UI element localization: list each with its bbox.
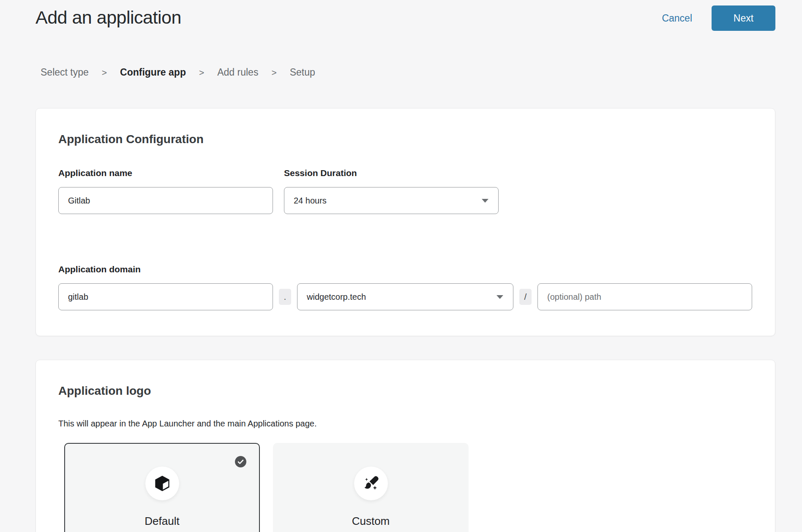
application-name-field-group: Application name xyxy=(58,168,273,214)
subdomain-input[interactable] xyxy=(58,283,273,310)
application-domain-field-group: Application domain . widgetcorp.tech / xyxy=(58,264,753,310)
cube-icon xyxy=(154,475,171,492)
chevron-down-icon xyxy=(481,198,489,203)
domain-select-value: widgetcorp.tech xyxy=(307,292,366,302)
add-application-page: Add an application Cancel Next Select ty… xyxy=(0,0,802,532)
breadcrumb-separator: > xyxy=(102,68,107,78)
dot-separator: . xyxy=(279,289,291,305)
path-input[interactable] xyxy=(537,283,752,310)
check-icon xyxy=(237,459,244,464)
cancel-button[interactable]: Cancel xyxy=(662,13,692,24)
step-add-rules[interactable]: Add rules xyxy=(217,67,258,78)
logo-option-custom[interactable]: Custom xyxy=(273,443,469,532)
name-session-row: Application name Session Duration 24 hou… xyxy=(58,168,753,214)
session-duration-select[interactable]: 24 hours xyxy=(284,187,499,214)
session-duration-value: 24 hours xyxy=(294,196,327,206)
application-name-input[interactable] xyxy=(58,187,273,214)
topbar-actions: Cancel Next xyxy=(662,4,775,31)
session-duration-field-group: Session Duration 24 hours xyxy=(284,168,499,214)
chevron-down-icon xyxy=(496,295,504,299)
application-logo-heading: Application logo xyxy=(58,384,753,398)
step-setup[interactable]: Setup xyxy=(290,67,315,78)
application-logo-card: Application logo This will appear in the… xyxy=(35,360,775,532)
domain-select[interactable]: widgetcorp.tech xyxy=(297,283,513,310)
topbar: Add an application Cancel Next xyxy=(35,0,775,31)
step-select-type[interactable]: Select type xyxy=(41,67,89,78)
page-title: Add an application xyxy=(35,4,181,30)
application-name-label: Application name xyxy=(58,168,273,179)
application-configuration-heading: Application Configuration xyxy=(58,132,753,146)
breadcrumb-separator: > xyxy=(199,68,204,78)
selected-check-badge xyxy=(235,456,246,467)
breadcrumb-separator: > xyxy=(271,68,276,78)
next-button[interactable]: Next xyxy=(712,5,775,31)
custom-logo-circle xyxy=(354,467,388,500)
application-domain-label: Application domain xyxy=(58,264,753,275)
session-duration-label: Session Duration xyxy=(284,168,499,179)
application-configuration-card: Application Configuration Application na… xyxy=(35,108,775,336)
logo-option-default[interactable]: Default xyxy=(64,443,260,532)
paintbrush-icon xyxy=(362,475,380,492)
default-logo-circle xyxy=(145,467,179,500)
breadcrumb: Select type > Configure app > Add rules … xyxy=(41,67,775,78)
slash-separator: / xyxy=(519,289,532,305)
application-logo-description: This will appear in the App Launcher and… xyxy=(58,418,753,429)
logo-options: Default Custom xyxy=(64,443,753,532)
logo-option-label: Default xyxy=(145,515,179,528)
application-domain-row: . widgetcorp.tech / xyxy=(58,283,753,310)
logo-option-label: Custom xyxy=(352,515,390,528)
step-configure-app[interactable]: Configure app xyxy=(120,67,186,78)
